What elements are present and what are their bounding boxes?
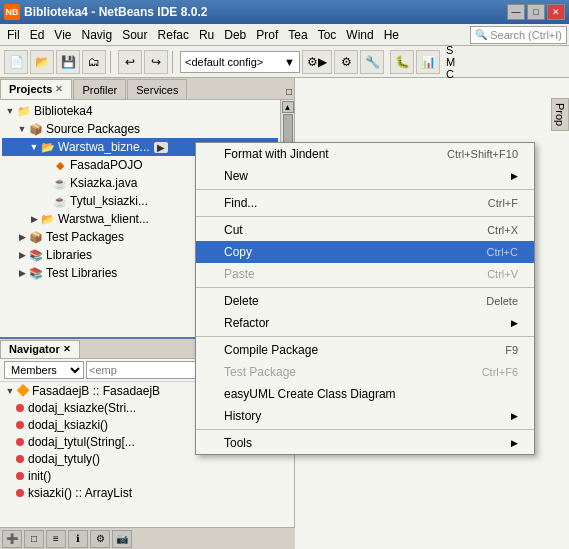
ctx-copy-label: Copy bbox=[224, 245, 479, 259]
tab-profiler[interactable]: Profiler bbox=[73, 79, 126, 99]
label-biblioteka4: Biblioteka4 bbox=[34, 104, 93, 118]
menu-ru[interactable]: Ru bbox=[194, 26, 219, 44]
menu-deb[interactable]: Deb bbox=[219, 26, 251, 44]
icon-biblioteka4: 📁 bbox=[16, 103, 32, 119]
open-btn[interactable]: 📂 bbox=[30, 50, 54, 74]
ctx-delete-label: Delete bbox=[224, 294, 478, 308]
ctx-new-arrow: ▶ bbox=[511, 171, 518, 181]
ctx-test-package[interactable]: Test Package Ctrl+F6 bbox=[196, 361, 534, 383]
menu-refac[interactable]: Refac bbox=[153, 26, 194, 44]
label-dodaj-ksiazke: dodaj_ksiazke(Stri... bbox=[28, 401, 136, 415]
tab-projects-close[interactable]: ✕ bbox=[55, 84, 63, 94]
debug-btn[interactable]: 🐛 bbox=[390, 50, 414, 74]
ctx-cut[interactable]: Cut Ctrl+X bbox=[196, 219, 534, 241]
tree-item-source-packages[interactable]: ▼ 📦 Source Packages bbox=[2, 120, 278, 138]
close-button[interactable]: ✕ bbox=[547, 4, 565, 20]
ctx-refactor-label: Refactor bbox=[224, 316, 507, 330]
sep2 bbox=[172, 51, 176, 73]
wrench-btn[interactable]: 🔧 bbox=[360, 50, 384, 74]
ctx-cut-label: Cut bbox=[224, 223, 479, 237]
scroll-thumb[interactable] bbox=[283, 114, 293, 144]
minimize-button[interactable]: — bbox=[507, 4, 525, 20]
ctx-find-shortcut: Ctrl+F bbox=[488, 197, 518, 209]
menu-vie[interactable]: Vie bbox=[49, 26, 76, 44]
arrow-test-packages: ▶ bbox=[16, 232, 28, 242]
scroll-up-btn[interactable]: ▲ bbox=[282, 101, 294, 113]
menu-fil[interactable]: Fil bbox=[2, 26, 25, 44]
ctx-tools[interactable]: Tools ▶ bbox=[196, 432, 534, 454]
icon-ksiazka: ☕ bbox=[52, 175, 68, 191]
properties-tab[interactable]: Prop bbox=[551, 98, 569, 131]
btn-browse[interactable]: □ bbox=[24, 530, 44, 548]
btn-info[interactable]: ℹ bbox=[68, 530, 88, 548]
ctx-delete[interactable]: Delete Delete bbox=[196, 290, 534, 312]
arrow-warstwa-bizne: ▼ bbox=[28, 142, 40, 152]
label-ksiazki: ksiazki() :: ArrayList bbox=[28, 486, 132, 500]
arrow-libraries: ▶ bbox=[16, 250, 28, 260]
btn-add[interactable]: ➕ bbox=[2, 530, 22, 548]
label-source-packages: Source Packages bbox=[46, 122, 140, 136]
ctx-find[interactable]: Find... Ctrl+F bbox=[196, 192, 534, 214]
tab-expand-btn[interactable]: □ bbox=[284, 84, 294, 99]
tree-item-biblioteka4[interactable]: ▼ 📁 Biblioteka4 bbox=[2, 102, 278, 120]
maximize-button[interactable]: □ bbox=[527, 4, 545, 20]
search-icon: 🔍 bbox=[475, 29, 487, 40]
btn-list[interactable]: ≡ bbox=[46, 530, 66, 548]
config-dropdown[interactable]: <default config> ▼ bbox=[180, 51, 300, 73]
nav-tab-close[interactable]: ✕ bbox=[63, 344, 71, 354]
menu-he[interactable]: He bbox=[379, 26, 404, 44]
save-all-btn[interactable]: 🗂 bbox=[82, 50, 106, 74]
ctx-compile-package[interactable]: Compile Package F9 bbox=[196, 339, 534, 361]
run-btn[interactable]: ⚙▶ bbox=[302, 50, 332, 74]
save-btn[interactable]: 💾 bbox=[56, 50, 80, 74]
menu-bar: Fil Ed Vie Navig Sour Refac Ru Deb Prof … bbox=[0, 24, 569, 46]
tab-services[interactable]: Services bbox=[127, 79, 187, 99]
icon-source-packages: 📦 bbox=[28, 121, 44, 137]
ctx-new-label: New bbox=[224, 169, 507, 183]
ctx-format-jindent[interactable]: Format with Jindent Ctrl+Shift+F10 bbox=[196, 143, 534, 165]
menu-navig[interactable]: Navig bbox=[77, 26, 118, 44]
tab-navigator[interactable]: Navigator ✕ bbox=[0, 340, 80, 358]
menu-tea[interactable]: Tea bbox=[283, 26, 312, 44]
tab-navigator-label: Navigator bbox=[9, 343, 60, 355]
ctx-refactor[interactable]: Refactor ▶ bbox=[196, 312, 534, 334]
label-test-libraries: Test Libraries bbox=[46, 266, 117, 280]
ctx-paste-shortcut: Ctrl+V bbox=[487, 268, 518, 280]
menu-ed[interactable]: Ed bbox=[25, 26, 50, 44]
ctx-cut-shortcut: Ctrl+X bbox=[487, 224, 518, 236]
ctx-compile-package-shortcut: F9 bbox=[505, 344, 518, 356]
ctx-history[interactable]: History ▶ bbox=[196, 405, 534, 427]
ctx-sep4 bbox=[196, 336, 534, 337]
settings-btn[interactable]: ⚙ bbox=[334, 50, 358, 74]
ctx-test-package-shortcut: Ctrl+F6 bbox=[482, 366, 518, 378]
menu-toc[interactable]: Toc bbox=[313, 26, 342, 44]
btn-photo[interactable]: 📷 bbox=[112, 530, 132, 548]
ctx-easyuml[interactable]: easyUML Create Class Diagram bbox=[196, 383, 534, 405]
ctx-easyuml-label: easyUML Create Class Diagram bbox=[224, 387, 518, 401]
ctx-new[interactable]: New ▶ bbox=[196, 165, 534, 187]
members-select[interactable]: Members bbox=[4, 361, 84, 379]
undo-btn[interactable]: ↩ bbox=[118, 50, 142, 74]
ctx-paste[interactable]: Paste Ctrl+V bbox=[196, 263, 534, 285]
app-icon-text: NB bbox=[6, 7, 19, 17]
tab-projects[interactable]: Projects ✕ bbox=[0, 79, 72, 99]
new-project-btn[interactable]: 📄 bbox=[4, 50, 28, 74]
dropdown-arrow: ▼ bbox=[284, 56, 295, 68]
nav-item-init[interactable]: init() bbox=[0, 467, 294, 484]
search-box[interactable]: 🔍 Search (Ctrl+I) bbox=[470, 26, 567, 44]
label-fasadaejb: FasadaejB :: FasadaejB bbox=[32, 384, 160, 398]
menu-wind[interactable]: Wind bbox=[341, 26, 378, 44]
redo-btn[interactable]: ↪ bbox=[144, 50, 168, 74]
menu-sour[interactable]: Sour bbox=[117, 26, 152, 44]
profile-btn[interactable]: 📊 bbox=[416, 50, 440, 74]
ctx-copy[interactable]: Copy Ctrl+C bbox=[196, 241, 534, 263]
icon-libraries: 📚 bbox=[28, 247, 44, 263]
ctx-history-arrow: ▶ bbox=[511, 411, 518, 421]
menu-prof[interactable]: Prof bbox=[251, 26, 283, 44]
label-tytul: Tytul_ksiazki... bbox=[70, 194, 148, 208]
btn-settings[interactable]: ⚙ bbox=[90, 530, 110, 548]
nav-item-ksiazki[interactable]: ksiazki() :: ArrayList bbox=[0, 484, 294, 501]
context-marker: ▶ bbox=[154, 142, 168, 153]
ctx-find-label: Find... bbox=[224, 196, 480, 210]
ctx-sep3 bbox=[196, 287, 534, 288]
